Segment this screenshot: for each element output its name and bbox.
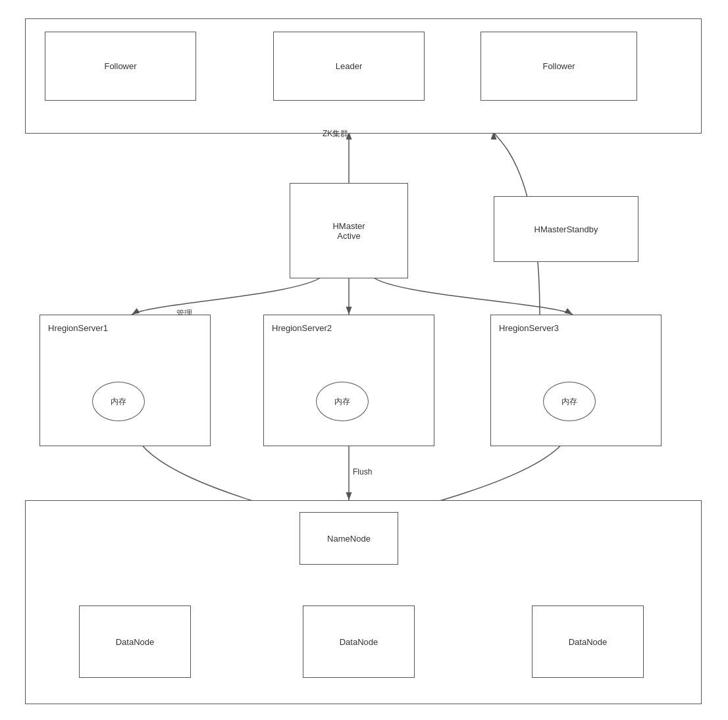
follower1-label: Follower [104,61,136,71]
follower2-box: Follower [481,32,637,101]
zk-cluster-label: ZK集群 [323,128,348,140]
dn2-label: DataNode [340,637,378,647]
rs1-label: HregionServer1 [40,323,108,333]
leader-label: Leader [336,61,362,71]
flush-label: Flush [353,467,372,476]
rs3-box: HregionServer3 [490,315,662,446]
rs3-memory-circle: 内存 [543,382,596,421]
rs2-label: HregionServer2 [264,323,332,333]
rs2-box: HregionServer2 [263,315,434,446]
hmaster-standby-label: HMasterStandby [534,224,598,234]
dn3-box: DataNode [532,605,644,678]
rs3-label: HregionServer3 [491,323,559,333]
rs2-memory-label: 内存 [334,396,350,407]
namenode-box: NameNode [299,512,398,565]
rs1-memory-label: 内存 [111,396,126,407]
rs2-memory-circle: 内存 [316,382,369,421]
namenode-label: NameNode [327,534,371,544]
rs1-box: HregionServer1 [39,315,211,446]
hmaster-active-label: HMaster Active [332,221,365,241]
rs1-memory-circle: 内存 [92,382,145,421]
dn3-label: DataNode [569,637,608,647]
follower2-label: Follower [542,61,575,71]
hmaster-active-box: HMaster Active [290,183,408,278]
dn1-label: DataNode [116,637,155,647]
hmaster-standby-box: HMasterStandby [494,196,638,262]
diagram: ZK集群 Follower Leader Follower HMaster Ac… [0,0,728,720]
rs3-memory-label: 内存 [561,396,577,407]
dn1-box: DataNode [79,605,191,678]
follower1-box: Follower [45,32,196,101]
dn2-box: DataNode [303,605,415,678]
leader-box: Leader [273,32,425,101]
